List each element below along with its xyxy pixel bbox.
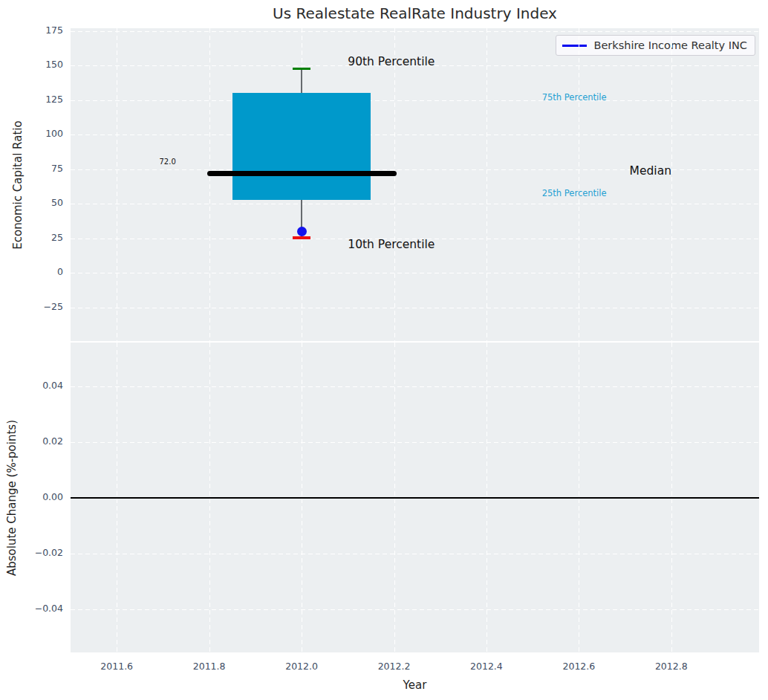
y-tick-label-bottom: −0.04 [11,603,63,614]
y-tick-label-bottom: −0.02 [11,547,63,558]
gridline-v [579,28,579,341]
legend-label: Berkshire Income Realty INC [593,39,747,51]
y-tick-label-top: 50 [11,197,63,208]
gridline-v [117,28,117,341]
x-tick-label: 2012.0 [276,661,328,672]
boxplot-box-iqr [232,93,371,199]
gridline-v [671,28,672,341]
boxplot-cap-90th-percentile [293,68,310,70]
y-axis-label-top: Economic Capital Ratio [11,120,25,249]
legend-line-swatch [562,45,587,47]
annotation-75th-percentile: 75th Percentile [542,92,607,103]
company-value-dot [297,227,307,236]
boxplot-median-line [207,171,397,176]
y-tick-label-top: −25 [11,301,63,312]
zero-reference-line [71,497,759,499]
gridline-v [394,28,395,341]
gridline-h [71,204,759,204]
gridline-h [71,308,759,308]
annotation-90th-percentile: 90th Percentile [348,55,435,68]
y-tick-label-bottom: 0.04 [11,380,63,391]
gridline-h [71,100,759,101]
top-panel-economic-capital-ratio: Berkshire Income Realty INC 90th Percent… [71,28,759,341]
annotation-median: Median [630,164,671,178]
y-tick-label-top: 100 [11,128,63,139]
y-tick-label-top: 0 [11,266,63,277]
gridline-h [71,442,759,443]
gridline-h [71,273,759,273]
legend: Berkshire Income Realty INC [556,35,755,56]
x-tick-label: 2012.6 [553,661,605,672]
x-tick-label: 2012.4 [461,661,512,672]
chart-figure: Us Realestate RealRate Industry Index Be… [0,0,768,700]
y-tick-label-top: 175 [11,25,63,36]
x-tick-label: 2012.2 [368,661,420,672]
annotation-10th-percentile: 10th Percentile [348,238,435,251]
gridline-h [71,609,759,610]
gridline-v [209,28,210,341]
gridline-v [486,28,487,341]
y-tick-label-bottom: 0.02 [11,435,63,447]
y-tick-label-top: 150 [11,59,63,70]
bottom-panel-absolute-change [71,343,759,652]
annotation-25th-percentile: 25th Percentile [542,188,607,198]
y-tick-label-top: 125 [11,94,63,105]
chart-title: Us Realestate RealRate Industry Index [71,4,759,22]
x-tick-label: 2012.8 [645,661,697,672]
y-tick-label-bottom: 0.00 [11,491,63,502]
y-tick-label-top: 25 [11,232,63,243]
gridline-h [71,135,759,135]
annotation-72-0: 72.0 [160,158,176,166]
gridline-h [71,386,759,387]
boxplot-cap-10th-percentile [293,236,310,239]
gridline-h [71,31,759,32]
gridline-h [71,554,759,554]
x-tick-label: 2011.6 [91,661,143,672]
x-axis-label: Year [403,678,427,692]
y-tick-label-top: 75 [11,163,63,174]
x-tick-label: 2011.8 [183,661,235,672]
